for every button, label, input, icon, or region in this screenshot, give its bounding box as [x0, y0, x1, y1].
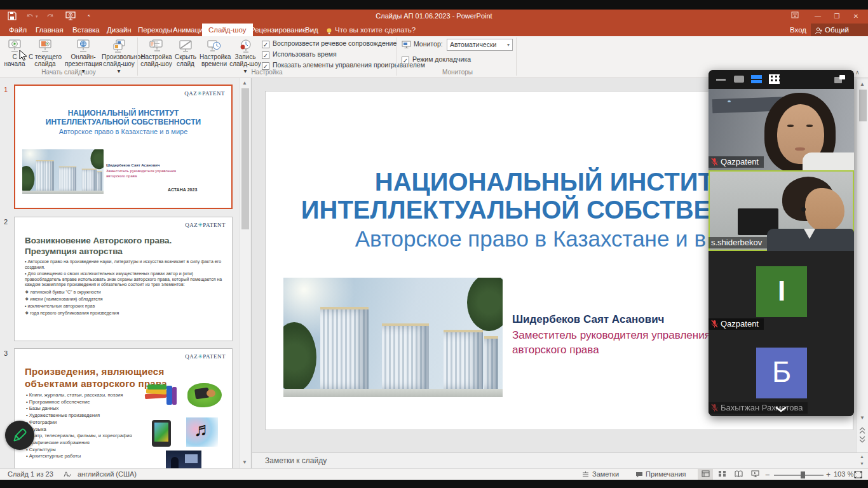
- tell-me-box[interactable]: Что вы хотите сделать?: [335, 24, 416, 36]
- thumb1-number: 1: [4, 86, 13, 93]
- group-separator: [397, 37, 397, 76]
- minimize-video-icon[interactable]: [716, 79, 726, 81]
- checkbox-play-narration[interactable]: ✓Воспроизвести речевое сопровождение: [262, 39, 397, 49]
- participant-name-label: Бахытжан Рахметова: [709, 402, 808, 414]
- thumb2-title: Возникновение Авторского права.Презумпци…: [25, 235, 172, 257]
- zoom-meeting-panel[interactable]: Qazpatent s.shiderbekov I Qazpatent Б: [709, 70, 854, 416]
- notes-label: Заметки к слайду: [265, 456, 327, 465]
- zoom-slider-track[interactable]: [774, 475, 824, 476]
- video-tile-1[interactable]: Qazpatent: [709, 89, 854, 170]
- ribbon-display-options-icon[interactable]: [788, 11, 802, 22]
- notes-pane[interactable]: Заметки к слайду: [252, 452, 868, 468]
- hide-slide-button[interactable]: Скрыть слайд: [173, 37, 198, 69]
- ribbon-tab-row: Файл Главная Вставка Дизайн Переходы Ани…: [0, 24, 868, 36]
- thumb2-body: • Авторское право на произведение науки,…: [25, 259, 223, 316]
- monitor-label: Монитор:: [414, 40, 443, 48]
- person-shirt: [803, 152, 854, 170]
- group-label-setup: Настройка: [140, 69, 394, 77]
- tab-view[interactable]: Вид: [299, 24, 325, 36]
- scrollbar-thumb[interactable]: [241, 88, 249, 229]
- thumb3-number: 3: [4, 349, 13, 357]
- collapse-videos-chevron[interactable]: [775, 403, 787, 415]
- comments-toggle[interactable]: Примечания: [646, 470, 686, 478]
- thumb3-body: • Книги, журналы, статьи, рассказы, поэз…: [26, 392, 147, 460]
- slide-sorter-view-button[interactable]: [714, 469, 729, 480]
- restore-button[interactable]: ❐: [830, 11, 844, 22]
- annotation-pencil-button[interactable]: [5, 421, 34, 450]
- record-slideshow-button[interactable]: Запись слайд-шоу ▾: [229, 37, 262, 69]
- group-label-monitors: Мониторы: [402, 69, 513, 77]
- scroll-up-arrow[interactable]: ▲: [860, 81, 865, 87]
- thumb1-title: НАЦИОНАЛЬНЫЙ ИНСТИТУТИНТЕЛЛЕКТУАЛЬНОЙ СО…: [15, 109, 231, 126]
- rehearse-timings-button[interactable]: Настройка времени: [200, 37, 229, 69]
- top-black-strip: [0, 0, 868, 10]
- grid-view-icon[interactable]: [769, 74, 780, 84]
- painter-clipart: [187, 383, 222, 407]
- speaker-view-icon[interactable]: [734, 76, 744, 83]
- spellcheck-icon[interactable]: [64, 471, 71, 480]
- close-button[interactable]: ✕: [849, 11, 863, 22]
- presenter-role: Заместитель руководителя управления авто…: [512, 328, 723, 357]
- bottom-black-strip: [0, 480, 868, 488]
- notes-toggle-icon: [582, 471, 589, 480]
- setup-slideshow-button[interactable]: Настройка слайд-шоу: [140, 37, 173, 69]
- presenter-name: Шидербеков Саят Асанович: [512, 313, 728, 326]
- person-face-profile: [805, 188, 844, 231]
- zoom-slider-thumb[interactable]: [801, 471, 805, 478]
- fit-to-window-icon[interactable]: [854, 471, 862, 480]
- checkbox-checked-icon: ✓: [262, 41, 269, 48]
- thumb1-presenter-role: Заместитель руководителя управления авто…: [106, 169, 181, 179]
- main-scrollbar[interactable]: ▲ ▼ ▲ ▼: [857, 79, 868, 452]
- slideshow-view-button[interactable]: [747, 469, 763, 480]
- custom-slideshow-button[interactable]: Произвольное слайд-шоу ▾: [102, 37, 136, 69]
- mic-muted-icon: [711, 158, 718, 166]
- video-tile-3[interactable]: I Qazpatent: [709, 251, 854, 332]
- checkbox-use-timings[interactable]: ✓Использовать время: [262, 50, 337, 60]
- chevron-down-icon: ▾: [507, 39, 510, 50]
- zoom-panel-header: [709, 70, 854, 89]
- zoom-out-button[interactable]: −: [765, 470, 770, 480]
- monitor-dropdown[interactable]: Автоматически ▾: [447, 39, 513, 51]
- slide-thumbnail-3[interactable]: QAZ✳PATENT Произведения, являющиесяобъек…: [14, 348, 233, 468]
- gallery-view-icon[interactable]: [751, 75, 762, 83]
- zoom-in-button[interactable]: +: [826, 470, 831, 479]
- group-label-start: Начать слайд-шоу: [1, 69, 136, 77]
- language-indicator[interactable]: английский (США): [78, 470, 137, 478]
- notes-toggle[interactable]: Заметки: [592, 470, 619, 478]
- thumb1-presenter-name: Шидербеков Саят Асанович: [106, 163, 189, 167]
- titlebar: ▾ ⸛ Слайды АП 01.06.2023 - PowerPoint — …: [0, 10, 868, 24]
- tab-home[interactable]: Главная: [29, 24, 70, 36]
- signin-link[interactable]: Вход: [783, 24, 813, 36]
- screen: ▾ ⸛ Слайды АП 01.06.2023 - PowerPoint — …: [0, 0, 868, 488]
- video-tile-2-active-speaker[interactable]: s.shiderbekov: [709, 170, 854, 251]
- slide-counter[interactable]: Слайд 1 из 23: [8, 470, 53, 478]
- slide-thumbnail-1[interactable]: QAZ✳PATENT НАЦИОНАЛЬНЫЙ ИНСТИТУТИНТЕЛЛЕК…: [14, 85, 233, 209]
- scroll-down-arrow[interactable]: ▼: [860, 415, 865, 421]
- thumb1-city: АСТАНА 2023: [168, 187, 197, 192]
- from-current-slide-button[interactable]: С текущего слайда: [28, 37, 62, 69]
- normal-view-button[interactable]: [698, 469, 713, 480]
- online-presentation-button[interactable]: Онлайн-презентация ▾: [65, 37, 102, 69]
- checkbox-checked-icon: ✓: [402, 57, 409, 64]
- next-slide-button[interactable]: [859, 434, 865, 445]
- slide-building-image: [283, 278, 503, 397]
- thumbnail-scrollbar[interactable]: ▲ ▼: [239, 78, 250, 468]
- notes-scroll-down[interactable]: ▼: [860, 461, 864, 466]
- scroll-up-arrow[interactable]: ▲: [242, 80, 247, 86]
- qazpatent-logo: QAZ✳PATENT: [185, 353, 226, 360]
- notes-scroll-up[interactable]: ▲: [860, 454, 864, 459]
- zoom-percent[interactable]: 103 %: [834, 470, 853, 478]
- video-tile-4[interactable]: Б Бахытжан Рахметова: [709, 332, 854, 416]
- mic-muted-icon: [711, 403, 718, 412]
- slide-thumbnail-2[interactable]: QAZ✳PATENT Возникновение Авторского прав…: [14, 217, 233, 341]
- scroll-down-arrow[interactable]: ▼: [242, 459, 247, 465]
- checkbox-presenter-view[interactable]: ✓Режим докладчика: [402, 55, 471, 65]
- thumb1-subtitle: Авторское право в Казахстане и в мире: [15, 128, 231, 135]
- window-title: Слайды АП 01.06.2023 - PowerPoint: [0, 12, 868, 20]
- collapse-ribbon-icon[interactable]: ∧: [855, 69, 860, 76]
- scrollbar-thumb[interactable]: [859, 90, 867, 121]
- minimize-button[interactable]: —: [811, 11, 825, 22]
- avatar-letter: I: [756, 266, 807, 317]
- mic-muted-icon: [711, 320, 718, 328]
- reading-view-button[interactable]: [731, 469, 746, 480]
